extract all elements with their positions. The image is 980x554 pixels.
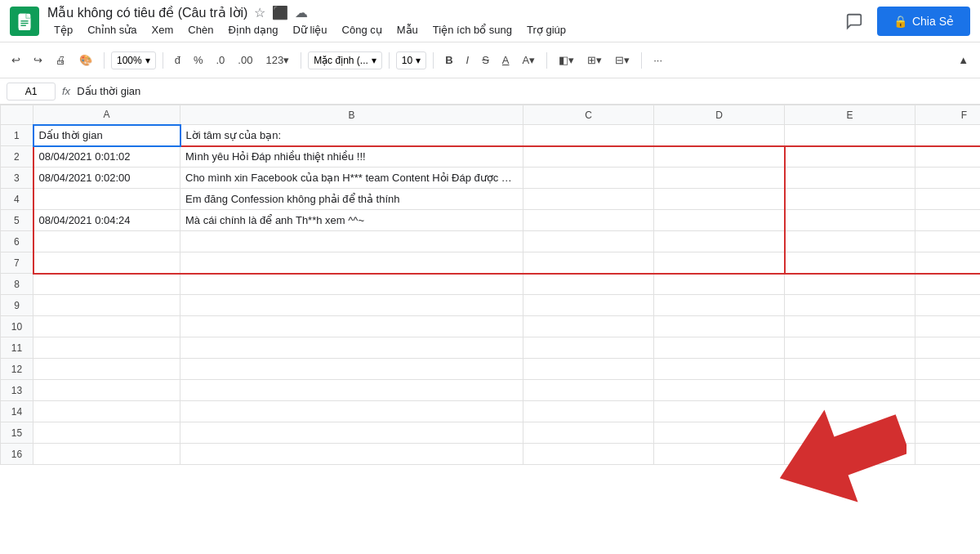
fill-color-button[interactable]: ◧▾ bbox=[554, 51, 579, 69]
cell-C16[interactable] bbox=[523, 444, 654, 465]
paint-format-button[interactable]: 🎨 bbox=[74, 51, 97, 69]
col-header-D[interactable]: D bbox=[654, 105, 785, 125]
cell-B15[interactable] bbox=[180, 422, 523, 444]
decimal0-button[interactable]: .0 bbox=[212, 51, 230, 69]
row-header-8[interactable]: 8 bbox=[1, 274, 33, 295]
row-header-16[interactable]: 16 bbox=[1, 444, 33, 465]
cell-D8[interactable] bbox=[654, 274, 785, 295]
cell-C14[interactable] bbox=[523, 401, 654, 422]
cell-A5[interactable]: 08/04/2021 0:04:24 bbox=[33, 210, 180, 231]
cell-B2[interactable]: Mình yêu Hỏi Đáp nhiều thiệt nhiều !!! bbox=[180, 146, 523, 168]
cell-D12[interactable] bbox=[654, 359, 785, 380]
cell-F8[interactable] bbox=[915, 274, 981, 295]
cell-C13[interactable] bbox=[523, 380, 654, 401]
row-header-2[interactable]: 2 bbox=[1, 146, 33, 168]
font-family-select[interactable]: Mặc định (... ▾ bbox=[308, 51, 382, 69]
cell-B8[interactable] bbox=[180, 274, 523, 295]
menu-item-mẫu[interactable]: Mẫu bbox=[390, 22, 425, 38]
undo-button[interactable]: ↩ bbox=[7, 51, 25, 69]
row-header-6[interactable]: 6 bbox=[1, 231, 33, 252]
col-header-B[interactable]: B bbox=[180, 105, 523, 125]
col-header-A[interactable]: A bbox=[33, 105, 180, 125]
borders-button[interactable]: ⊞▾ bbox=[582, 51, 607, 69]
row-header-10[interactable]: 10 bbox=[1, 316, 33, 337]
menu-item-xem[interactable]: Xem bbox=[145, 22, 180, 38]
cell-F10[interactable] bbox=[915, 316, 981, 337]
formula-input[interactable] bbox=[77, 85, 973, 97]
redo-button[interactable]: ↪ bbox=[29, 51, 47, 69]
menu-item-dữ-liệu[interactable]: Dữ liệu bbox=[287, 22, 334, 38]
cell-D6[interactable] bbox=[654, 231, 785, 252]
cell-F5[interactable] bbox=[915, 210, 981, 231]
cell-A4[interactable] bbox=[33, 189, 180, 210]
menu-item-chèn[interactable]: Chèn bbox=[181, 22, 220, 38]
cell-C15[interactable] bbox=[523, 422, 654, 444]
cell-D1[interactable] bbox=[654, 125, 785, 146]
cell-E3[interactable] bbox=[785, 168, 915, 189]
cell-C5[interactable] bbox=[523, 210, 654, 231]
cell-D16[interactable] bbox=[654, 444, 785, 465]
menu-item-định-dạng[interactable]: Định dạng bbox=[221, 22, 284, 38]
cell-D10[interactable] bbox=[654, 316, 785, 337]
cell-B13[interactable] bbox=[180, 380, 523, 401]
cell-A13[interactable] bbox=[33, 380, 180, 401]
row-header-9[interactable]: 9 bbox=[1, 295, 33, 316]
cell-E7[interactable] bbox=[785, 252, 915, 274]
row-header-1[interactable]: 1 bbox=[1, 125, 33, 146]
row-header-4[interactable]: 4 bbox=[1, 189, 33, 210]
cell-E6[interactable] bbox=[785, 231, 915, 252]
more-button[interactable]: ··· bbox=[648, 51, 667, 69]
italic-button[interactable]: I bbox=[461, 51, 474, 69]
cell-F3[interactable] bbox=[915, 168, 981, 189]
decimal00-button[interactable]: .00 bbox=[233, 51, 257, 69]
cell-D9[interactable] bbox=[654, 295, 785, 316]
cell-D11[interactable] bbox=[654, 337, 785, 359]
currency-button[interactable]: đ bbox=[170, 51, 185, 69]
row-header-3[interactable]: 3 bbox=[1, 168, 33, 189]
sheet-grid[interactable]: A B C D E F 1Dấu thời gianLời tâm sự của… bbox=[0, 105, 980, 554]
format123-button[interactable]: 123▾ bbox=[261, 51, 294, 69]
cell-E5[interactable] bbox=[785, 210, 915, 231]
cell-A3[interactable]: 08/04/2021 0:02:00 bbox=[33, 168, 180, 189]
menu-item-công-cụ[interactable]: Công cụ bbox=[336, 22, 389, 38]
cell-D14[interactable] bbox=[654, 401, 785, 422]
cell-A1[interactable]: Dấu thời gian bbox=[33, 125, 180, 146]
cell-B16[interactable] bbox=[180, 444, 523, 465]
row-header-13[interactable]: 13 bbox=[1, 380, 33, 401]
cell-F13[interactable] bbox=[915, 380, 981, 401]
collapse-button[interactable]: ▲ bbox=[953, 51, 973, 69]
doc-title[interactable]: Mẫu không có tiêu đề (Câu trả lời) bbox=[47, 5, 247, 20]
cell-A7[interactable] bbox=[33, 252, 180, 274]
cloud-icon[interactable]: ☁ bbox=[295, 5, 308, 20]
cell-C8[interactable] bbox=[523, 274, 654, 295]
cell-E14[interactable] bbox=[785, 401, 915, 422]
strikethrough-button[interactable]: S bbox=[477, 51, 494, 69]
cell-C11[interactable] bbox=[523, 337, 654, 359]
cell-A16[interactable] bbox=[33, 444, 180, 465]
cell-A6[interactable] bbox=[33, 231, 180, 252]
cell-E2[interactable] bbox=[785, 146, 915, 168]
cell-D4[interactable] bbox=[654, 189, 785, 210]
drive-icon[interactable]: ⬛ bbox=[272, 5, 288, 20]
col-header-C[interactable]: C bbox=[523, 105, 654, 125]
cell-B4[interactable]: Em đăng Confession không phải để thả thí… bbox=[180, 189, 523, 210]
col-header-F[interactable]: F bbox=[915, 105, 981, 125]
cell-B1[interactable]: Lời tâm sự của bạn: bbox=[180, 125, 523, 146]
cell-A2[interactable]: 08/04/2021 0:01:02 bbox=[33, 146, 180, 168]
text-color-button[interactable]: A▾ bbox=[518, 51, 541, 69]
cell-F15[interactable] bbox=[915, 422, 981, 444]
cell-F12[interactable] bbox=[915, 359, 981, 380]
bold-button[interactable]: B bbox=[440, 51, 457, 69]
menu-item-tiện-ích-bổ-sung[interactable]: Tiện ích bổ sung bbox=[426, 22, 519, 38]
cell-C2[interactable] bbox=[523, 146, 654, 168]
cell-E9[interactable] bbox=[785, 295, 915, 316]
cell-C12[interactable] bbox=[523, 359, 654, 380]
zoom-select[interactable]: 100% ▾ bbox=[111, 51, 156, 69]
cell-E13[interactable] bbox=[785, 380, 915, 401]
cell-B5[interactable]: Mà cái chính là để anh Th**h xem ^^~ bbox=[180, 210, 523, 231]
row-header-12[interactable]: 12 bbox=[1, 359, 33, 380]
cell-F1[interactable] bbox=[915, 125, 981, 146]
cell-B9[interactable] bbox=[180, 295, 523, 316]
cell-B6[interactable] bbox=[180, 231, 523, 252]
cell-F9[interactable] bbox=[915, 295, 981, 316]
